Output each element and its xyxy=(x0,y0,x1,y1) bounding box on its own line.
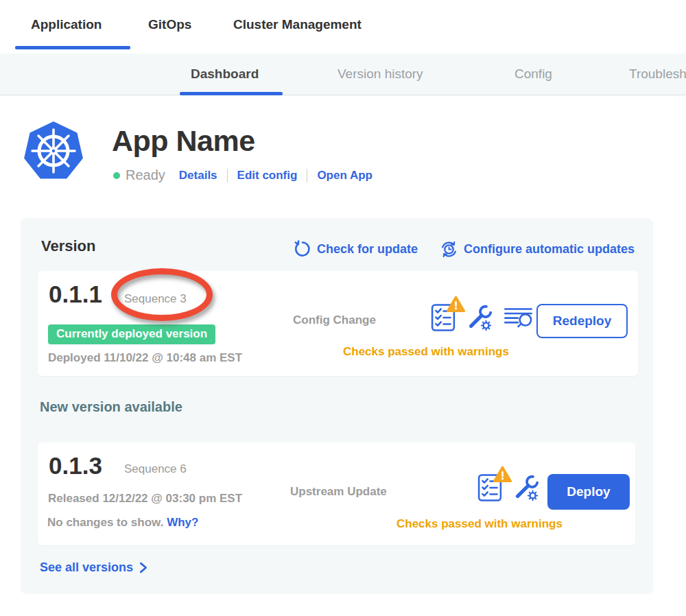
chevron-right-icon xyxy=(139,562,148,573)
version-action-icons xyxy=(431,303,534,335)
edit-config-link[interactable]: Edit config xyxy=(237,169,298,182)
check-for-update-label: Check for update xyxy=(317,242,418,257)
no-changes-label: No changes to show. xyxy=(47,516,163,529)
version-source-label: Upstream Update xyxy=(290,485,387,499)
checks-status-text: Checks passed with warnings xyxy=(397,517,563,531)
page-title: App Name xyxy=(112,124,255,158)
tab-cluster-management[interactable]: Cluster Management xyxy=(233,17,362,32)
deployed-timestamp: Deployed 11/10/22 @ 10:48 am EST xyxy=(48,351,242,365)
warning-triangle-icon xyxy=(447,296,465,313)
available-version-sequence: Sequence 6 xyxy=(124,462,187,476)
refresh-icon xyxy=(294,240,311,258)
preflight-checks-button[interactable] xyxy=(431,303,456,335)
app-status-row: Ready Details Edit config Open App xyxy=(113,167,372,183)
status-text: Ready xyxy=(126,167,165,183)
wrench-gear-icon xyxy=(512,473,541,502)
new-version-heading: New version available xyxy=(40,399,182,415)
available-version-number: 0.1.3 xyxy=(49,452,102,479)
status-dot-icon xyxy=(113,172,120,179)
available-version-card: 0.1.3 Sequence 6 Released 12/12/22 @ 03:… xyxy=(38,442,635,545)
divider xyxy=(307,169,307,182)
wrench-gear-icon xyxy=(465,303,494,332)
currently-deployed-badge: Currently deployed version xyxy=(48,324,215,344)
checks-status-text: Checks passed with warnings xyxy=(343,345,509,359)
configure-automatic-updates-link[interactable]: Configure automatic updates xyxy=(440,240,635,258)
version-section-title: Version xyxy=(41,237,95,255)
open-app-link[interactable]: Open App xyxy=(317,169,372,182)
version-actions: Check for update Configure automatic upd… xyxy=(294,240,635,258)
tab-dashboard[interactable]: Dashboard xyxy=(191,67,259,82)
edit-config-icon-button[interactable] xyxy=(512,473,541,505)
tab-gitops[interactable]: GitOps xyxy=(148,17,191,32)
version-section: Version Check for update Configure autom… xyxy=(21,218,653,594)
see-all-versions-label: See all versions xyxy=(40,560,133,575)
scheduled-refresh-clock-icon xyxy=(440,241,458,258)
check-for-update-link[interactable]: Check for update xyxy=(294,240,418,258)
primary-nav: Application GitOps Cluster Management xyxy=(0,0,686,54)
warning-triangle-icon xyxy=(493,466,512,483)
preflight-checks-button[interactable] xyxy=(477,473,502,505)
current-version-number: 0.1.1 xyxy=(49,281,102,308)
active-tab-underline xyxy=(15,46,130,49)
tab-troubleshoot[interactable]: Troubleshoot xyxy=(629,67,686,82)
divider xyxy=(227,169,228,182)
why-link[interactable]: Why? xyxy=(167,516,198,529)
current-version-card: 0.1.1 Sequence 3 Currently deployed vers… xyxy=(38,271,638,376)
redeploy-button[interactable]: Redeploy xyxy=(536,304,628,338)
current-version-sequence: Sequence 3 xyxy=(124,292,187,306)
secondary-nav: Dashboard Version history Config Trouble… xyxy=(0,54,686,95)
no-changes-text: No changes to show. Why? xyxy=(47,516,198,530)
edit-config-icon-button[interactable] xyxy=(465,303,494,335)
tab-version-history[interactable]: Version history xyxy=(338,67,423,82)
file-search-icon xyxy=(504,305,534,329)
released-timestamp: Released 12/12/22 @ 03:30 pm EST xyxy=(48,492,242,506)
version-source-label: Config Change xyxy=(293,313,376,327)
deploy-button[interactable]: Deploy xyxy=(547,474,630,510)
see-all-versions-link[interactable]: See all versions xyxy=(40,560,148,575)
view-files-icon-button[interactable] xyxy=(504,305,534,332)
tab-config[interactable]: Config xyxy=(514,67,552,82)
active-tab-underline xyxy=(180,92,283,95)
version-action-icons xyxy=(477,473,541,505)
tab-application[interactable]: Application xyxy=(31,17,102,32)
configure-automatic-updates-label: Configure automatic updates xyxy=(464,242,635,257)
kubernetes-logo xyxy=(23,120,84,182)
details-link[interactable]: Details xyxy=(179,169,217,182)
